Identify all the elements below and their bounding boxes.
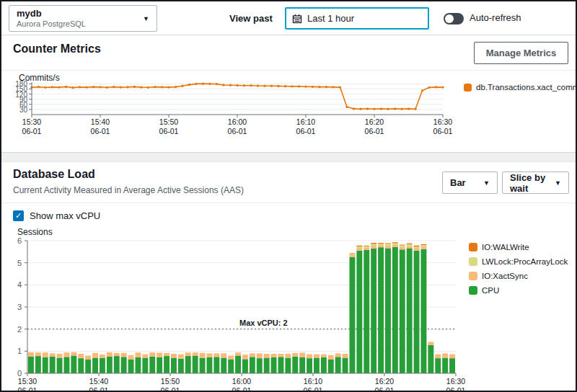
show-max-vcpu-checkbox[interactable]: ✓ — [13, 210, 24, 221]
load-bar-segment — [321, 355, 327, 357]
load-bar-segment — [57, 358, 63, 373]
load-bar-segment — [349, 254, 355, 255]
view-past-label: View past — [229, 13, 273, 24]
database-selector-texts: mydb Aurora PostgreSQL — [17, 8, 143, 30]
database-load-divider — [1, 202, 576, 203]
load-bar-segment — [292, 353, 298, 357]
load-bar-segment — [407, 246, 413, 248]
x-tick-label: 16:3006-01 — [426, 117, 460, 136]
legend-item: LWLock:ProcArrayLock — [469, 257, 568, 266]
load-bar-segment — [128, 355, 134, 360]
commits-line-chart[interactable] — [32, 82, 443, 115]
x-tick-label: 16:1006-01 — [296, 377, 330, 392]
load-bar-segment — [385, 248, 391, 373]
load-bar-segment — [43, 357, 48, 373]
load-bar-segment — [343, 358, 348, 373]
database-selector[interactable]: mydb Aurora PostgreSQL ▼ — [9, 5, 157, 32]
load-bar-segment — [213, 353, 219, 357]
load-bar-segment — [335, 353, 341, 357]
commits-legend-swatch — [464, 84, 472, 92]
load-bar-segment — [442, 353, 448, 357]
load-bar-segment — [356, 246, 362, 246]
legend-item: IO:XactSync — [469, 272, 568, 280]
auto-refresh-toggle[interactable] — [444, 13, 464, 24]
legend-label: CPU — [482, 286, 499, 295]
load-bar-segment — [264, 358, 270, 373]
load-bar-segment — [164, 353, 169, 356]
show-max-vcpu-row[interactable]: ✓ Show max vCPU — [13, 210, 100, 221]
load-bar-segment — [63, 357, 69, 373]
load-bar-segment — [221, 353, 226, 357]
load-bar-segment — [392, 244, 398, 246]
load-bar-segment — [149, 352, 155, 357]
database-load-bar-chart[interactable] — [27, 241, 456, 373]
slice-by-dropdown[interactable]: Slice by wait ▼ — [502, 172, 569, 194]
x-tick-label: 16:2006-01 — [357, 117, 392, 136]
x-tick-label: 16:0006-01 — [224, 377, 259, 392]
load-bar-segment — [314, 358, 320, 373]
load-bar-segment — [213, 357, 219, 373]
load-bar-segment — [299, 352, 305, 357]
load-bar-segment — [356, 248, 362, 251]
load-bar-segment — [321, 357, 327, 373]
load-bar-segment — [392, 247, 398, 373]
legend-item: CPU — [469, 286, 568, 295]
chart-type-dropdown[interactable]: Bar ▼ — [442, 172, 498, 194]
load-bar-segment — [428, 342, 433, 344]
legend-label: LWLock:ProcArrayLock — [482, 257, 568, 266]
load-bar-segment — [328, 360, 334, 373]
load-bar-segment — [414, 246, 420, 247]
load-bar-segment — [271, 354, 277, 357]
load-bar-segment — [278, 354, 283, 357]
load-bar-segment — [378, 243, 384, 244]
load-bar-segment — [449, 358, 455, 373]
load-bar-segment — [349, 255, 355, 257]
load-bar-segment — [250, 353, 255, 357]
load-bar-segment — [164, 356, 169, 373]
manage-metrics-button[interactable]: Manage Metrics — [474, 42, 568, 64]
load-bar-segment — [178, 355, 184, 359]
load-bar-segment — [407, 248, 413, 373]
load-bar-segment — [71, 355, 76, 373]
load-bar-segment — [142, 358, 148, 373]
load-bar-segment — [221, 358, 226, 373]
load-bar-segment — [407, 244, 413, 246]
calendar-icon — [292, 14, 302, 24]
x-tick-label: 15:3006-01 — [14, 117, 49, 136]
load-bar-segment — [343, 354, 348, 358]
load-bar-segment — [364, 246, 369, 248]
y-tick-label: 4 — [17, 280, 22, 289]
load-bar-segment — [371, 246, 376, 249]
legend-swatch — [469, 257, 477, 266]
load-legend: IO:WALWriteLWLock:ProcArrayLockIO:XactSy… — [469, 243, 568, 300]
commits-legend-item: db.Transactions.xact_commit.avg — [464, 83, 577, 92]
show-max-vcpu-label: Show max vCPU — [30, 210, 100, 221]
load-bar-segment — [299, 357, 305, 373]
legend-item: IO:WALWrite — [469, 243, 568, 251]
load-bar-segment — [100, 355, 105, 358]
load-bar-segment — [356, 246, 362, 248]
x-tick-label: 16:2006-01 — [367, 377, 402, 392]
load-bar-segment — [407, 244, 413, 244]
load-bar-segment — [414, 251, 420, 373]
load-bar-segment — [206, 353, 212, 357]
load-bar-segment — [307, 355, 312, 359]
load-bar-segment — [193, 352, 198, 355]
load-bar-segment — [185, 352, 191, 356]
load-bar-segment — [235, 355, 241, 373]
load-bar-segment — [371, 243, 376, 244]
database-name: mydb — [17, 8, 143, 19]
load-bar-segment — [57, 354, 63, 358]
load-bar-segment — [392, 242, 398, 243]
x-tick-label: 15:3006-01 — [10, 377, 45, 392]
time-range-input[interactable]: Last 1 hour — [285, 7, 429, 30]
load-bar-segment — [28, 357, 34, 373]
load-bar-segment — [193, 355, 198, 373]
load-bar-segment — [364, 248, 369, 250]
load-bar-segment — [78, 358, 84, 373]
load-bar-segment — [228, 355, 234, 360]
load-bar-segment — [449, 355, 455, 359]
load-bar-segment — [200, 353, 206, 358]
commits-y-axis: 180150120906030 — [1, 82, 29, 115]
load-bar-segment — [85, 360, 91, 373]
